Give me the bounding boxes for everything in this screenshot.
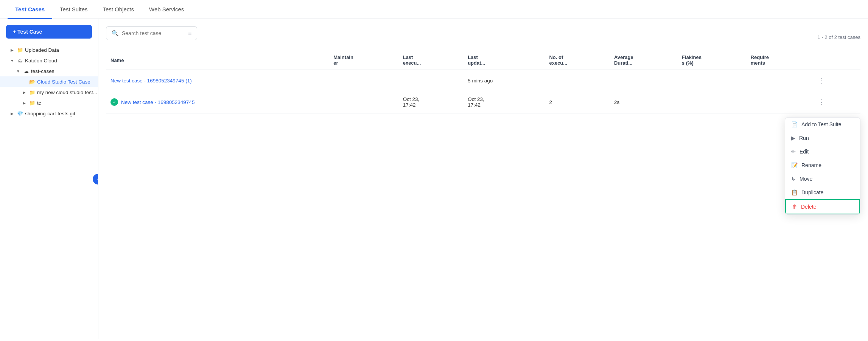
sidebar-label-shopping-cart: shopping-cart-tests.git bbox=[25, 111, 75, 116]
col-flakiness: Flakines s (%) bbox=[677, 51, 746, 70]
add-test-case-button[interactable]: + Test Case bbox=[6, 25, 92, 39]
table-wrapper: Name Maintain er Last execu... Last upda… bbox=[106, 51, 860, 332]
tab-test-cases[interactable]: Test Cases bbox=[8, 0, 52, 19]
sidebar-item-shopping-cart[interactable]: 💎 shopping-cart-tests.git bbox=[0, 108, 98, 119]
sidebar-item-uploaded-data[interactable]: 📁 Uploaded Data bbox=[0, 45, 98, 55]
sidebar-label-test-cases: test-cases bbox=[31, 68, 54, 74]
sidebar-item-test-cases[interactable]: ☁ test-cases bbox=[0, 66, 98, 76]
cloud-icon-test-cases: ☁ bbox=[23, 68, 30, 74]
folder-icon-my-new-cloud: 📁 bbox=[29, 89, 36, 96]
sidebar: + Test Case 📁 Uploaded Data 🗂 Katalon Cl… bbox=[0, 19, 98, 339]
row2-flakiness bbox=[677, 91, 746, 113]
filter-icon[interactable]: ≡ bbox=[188, 30, 191, 37]
content-area: 🔍 ≡ 1 - 2 of 2 test cases Name Maintain … bbox=[98, 19, 868, 339]
run-icon: ▶ bbox=[791, 135, 795, 141]
delete-icon: 🗑 bbox=[792, 204, 797, 210]
row2-name-link[interactable]: New test case - 1698052349745 bbox=[121, 99, 194, 105]
col-requirements: Require ments bbox=[746, 51, 812, 70]
sidebar-item-tc[interactable]: 📁 tc bbox=[0, 98, 98, 108]
context-menu-move[interactable]: ↳ Move bbox=[785, 172, 860, 186]
row2-requirements bbox=[746, 91, 812, 113]
sidebar-item-katalon-cloud[interactable]: 🗂 Katalon Cloud bbox=[0, 55, 98, 66]
context-menu-edit[interactable]: ✏ Edit bbox=[785, 145, 860, 158]
row1-name-link[interactable]: New test case - 1698052349745 (1) bbox=[110, 78, 192, 84]
sidebar-label-katalon-cloud: Katalon Cloud bbox=[25, 58, 57, 64]
results-count: 1 - 2 of 2 test cases bbox=[818, 34, 860, 40]
tab-test-objects[interactable]: Test Objects bbox=[95, 0, 142, 19]
sidebar-collapse-toggle[interactable]: ‹ bbox=[93, 174, 98, 184]
row1-flakiness bbox=[677, 70, 746, 91]
context-menu-add-to-suite-label: Add to Test Suite bbox=[801, 121, 842, 127]
row2-no-of-exec: 2 bbox=[544, 91, 609, 113]
search-icon: 🔍 bbox=[112, 30, 119, 37]
table-header-row: Name Maintain er Last execu... Last upda… bbox=[106, 51, 860, 70]
rename-icon: 📝 bbox=[791, 162, 798, 168]
edit-icon: ✏ bbox=[791, 149, 796, 155]
row1-name-cell: New test case - 1698052349745 (1) bbox=[106, 70, 329, 91]
context-menu-edit-label: Edit bbox=[800, 149, 809, 155]
test-cases-table: Name Maintain er Last execu... Last upda… bbox=[106, 51, 860, 113]
row1-requirements bbox=[746, 70, 812, 91]
context-menu-duplicate-label: Duplicate bbox=[801, 189, 823, 195]
row2-name-cell: ✓ New test case - 1698052349745 bbox=[106, 91, 329, 113]
tree-arrow-test-cases bbox=[15, 68, 21, 74]
context-menu: 📄 Add to Test Suite ▶ Run ✏ Edit 📝 Renam… bbox=[785, 117, 860, 215]
context-menu-run[interactable]: ▶ Run bbox=[785, 131, 860, 145]
context-menu-run-label: Run bbox=[799, 135, 809, 141]
add-to-suite-icon: 📄 bbox=[791, 121, 798, 127]
tree-arrow-tc bbox=[21, 100, 27, 106]
tree-arrow-my-new-cloud bbox=[21, 89, 27, 95]
sidebar-label-uploaded-data: Uploaded Data bbox=[25, 47, 59, 53]
top-navigation: Test Cases Test Suites Test Objects Web … bbox=[0, 0, 868, 19]
context-menu-delete-label: Delete bbox=[801, 204, 816, 210]
search-input[interactable] bbox=[122, 30, 188, 36]
folder-icon-cloud-studio: 📂 bbox=[29, 78, 36, 85]
sidebar-label-cloud-studio: Cloud Studio Test Case bbox=[37, 79, 90, 85]
context-menu-rename-label: Rename bbox=[801, 162, 821, 168]
tree-arrow-katalon-cloud bbox=[9, 57, 15, 64]
folder-icon-katalon-cloud: 🗂 bbox=[17, 57, 23, 64]
gem-icon-shopping-cart: 💎 bbox=[17, 110, 23, 117]
row1-no-of-exec bbox=[544, 70, 609, 91]
row1-last-exec bbox=[398, 70, 463, 91]
search-row: 🔍 ≡ 1 - 2 of 2 test cases bbox=[106, 26, 860, 48]
main-layout: + Test Case 📁 Uploaded Data 🗂 Katalon Cl… bbox=[0, 19, 868, 339]
col-last-exec: Last execu... bbox=[398, 51, 463, 70]
context-menu-move-label: Move bbox=[800, 176, 812, 182]
search-bar: 🔍 ≡ bbox=[106, 26, 197, 40]
tab-web-services[interactable]: Web Services bbox=[142, 0, 191, 19]
table-row: ✓ New test case - 1698052349745 Oct 23, … bbox=[106, 91, 860, 113]
sidebar-item-my-new-cloud[interactable]: 📁 my new cloud studio test... bbox=[0, 87, 98, 98]
col-last-updated: Last updat... bbox=[463, 51, 544, 70]
col-maintainer: Maintain er bbox=[329, 51, 398, 70]
context-menu-rename[interactable]: 📝 Rename bbox=[785, 158, 860, 172]
row2-status-icon: ✓ bbox=[110, 98, 118, 106]
col-actions bbox=[812, 51, 860, 70]
col-no-of-exec: No. of execu... bbox=[544, 51, 609, 70]
sidebar-item-cloud-studio[interactable]: 📂 Cloud Studio Test Case bbox=[0, 76, 98, 87]
move-icon: ↳ bbox=[791, 176, 796, 182]
context-menu-duplicate[interactable]: 📋 Duplicate bbox=[785, 186, 860, 199]
row2-actions: ⋮ bbox=[812, 91, 860, 113]
row2-avg-duration: 2s bbox=[610, 91, 677, 113]
row1-maintainer bbox=[329, 70, 398, 91]
duplicate-icon: 📋 bbox=[791, 189, 798, 195]
folder-icon-tc: 📁 bbox=[29, 99, 36, 106]
row1-last-updated: 5 mins ago bbox=[463, 70, 544, 91]
tab-test-suites[interactable]: Test Suites bbox=[52, 0, 95, 19]
folder-icon-uploaded-data: 📁 bbox=[17, 46, 23, 53]
context-menu-add-to-suite[interactable]: 📄 Add to Test Suite bbox=[785, 118, 860, 131]
row2-maintainer bbox=[329, 91, 398, 113]
sidebar-label-my-new-cloud: my new cloud studio test... bbox=[37, 90, 97, 95]
sidebar-label-tc: tc bbox=[37, 100, 41, 106]
col-name: Name bbox=[106, 51, 329, 70]
context-menu-delete[interactable]: 🗑 Delete bbox=[785, 199, 860, 214]
tree-arrow-shopping-cart bbox=[9, 110, 15, 116]
row2-more-options-button[interactable]: ⋮ bbox=[816, 97, 828, 107]
row1-avg-duration bbox=[610, 70, 677, 91]
col-avg-duration: Average Durati... bbox=[610, 51, 677, 70]
row1-actions: ⋮ bbox=[812, 70, 860, 91]
row1-more-options-button[interactable]: ⋮ bbox=[816, 76, 828, 85]
table-row: New test case - 1698052349745 (1) 5 mins… bbox=[106, 70, 860, 91]
row2-last-exec: Oct 23, 17:42 bbox=[398, 91, 463, 113]
